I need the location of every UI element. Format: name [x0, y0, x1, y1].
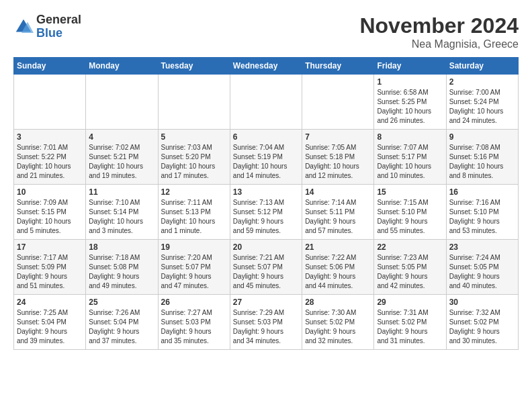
calendar-cell: 18Sunrise: 7:18 AM Sunset: 5:08 PM Dayli…: [86, 240, 158, 295]
day-detail: Sunrise: 7:07 AM Sunset: 5:17 PM Dayligh…: [377, 143, 443, 181]
day-number: 24: [17, 298, 83, 307]
calendar-cell: 20Sunrise: 7:21 AM Sunset: 5:07 PM Dayli…: [230, 240, 302, 295]
calendar-cell: 1Sunrise: 6:58 AM Sunset: 5:25 PM Daylig…: [374, 75, 446, 130]
calendar-table: SundayMondayTuesdayWednesdayThursdayFrid…: [13, 57, 519, 350]
day-detail: Sunrise: 7:20 AM Sunset: 5:07 PM Dayligh…: [161, 253, 227, 291]
day-detail: Sunrise: 7:32 AM Sunset: 5:02 PM Dayligh…: [449, 308, 515, 346]
day-detail: Sunrise: 7:21 AM Sunset: 5:07 PM Dayligh…: [233, 253, 299, 291]
calendar-cell: [158, 75, 230, 130]
day-detail: Sunrise: 7:04 AM Sunset: 5:19 PM Dayligh…: [233, 143, 299, 181]
calendar-cell: 3Sunrise: 7:01 AM Sunset: 5:22 PM Daylig…: [14, 130, 86, 185]
calendar-cell: 16Sunrise: 7:16 AM Sunset: 5:10 PM Dayli…: [446, 185, 518, 240]
calendar-cell: 26Sunrise: 7:27 AM Sunset: 5:03 PM Dayli…: [158, 295, 230, 350]
day-detail: Sunrise: 7:11 AM Sunset: 5:13 PM Dayligh…: [161, 198, 227, 236]
day-number: 27: [233, 298, 299, 307]
day-number: 7: [305, 132, 371, 142]
calendar-cell: [302, 75, 374, 130]
day-detail: Sunrise: 7:00 AM Sunset: 5:24 PM Dayligh…: [449, 88, 515, 126]
title-block: November 2024 Nea Magnisia, Greece: [359, 13, 519, 50]
day-detail: Sunrise: 7:22 AM Sunset: 5:06 PM Dayligh…: [305, 253, 371, 291]
day-number: 19: [161, 242, 227, 252]
calendar-cell: 19Sunrise: 7:20 AM Sunset: 5:07 PM Dayli…: [158, 240, 230, 295]
day-number: 8: [377, 132, 443, 142]
calendar-cell: [14, 75, 86, 130]
day-detail: Sunrise: 7:15 AM Sunset: 5:10 PM Dayligh…: [377, 198, 443, 236]
day-number: 6: [233, 132, 299, 142]
day-detail: Sunrise: 7:02 AM Sunset: 5:21 PM Dayligh…: [89, 143, 154, 181]
day-number: 29: [377, 298, 443, 307]
calendar-cell: 30Sunrise: 7:32 AM Sunset: 5:02 PM Dayli…: [446, 295, 518, 350]
calendar-cell: 4Sunrise: 7:02 AM Sunset: 5:21 PM Daylig…: [86, 130, 158, 185]
day-detail: Sunrise: 7:05 AM Sunset: 5:18 PM Dayligh…: [305, 143, 371, 181]
weekday-header: Monday: [86, 58, 158, 75]
day-detail: Sunrise: 7:29 AM Sunset: 5:03 PM Dayligh…: [233, 308, 299, 346]
weekday-header-row: SundayMondayTuesdayWednesdayThursdayFrid…: [14, 58, 519, 75]
weekday-header: Wednesday: [230, 58, 302, 75]
day-number: 15: [377, 187, 443, 197]
day-number: 26: [161, 298, 227, 307]
month-title: November 2024: [359, 13, 519, 38]
weekday-header: Tuesday: [158, 58, 230, 75]
calendar-cell: 23Sunrise: 7:24 AM Sunset: 5:05 PM Dayli…: [446, 240, 518, 295]
calendar-cell: 21Sunrise: 7:22 AM Sunset: 5:06 PM Dayli…: [302, 240, 374, 295]
day-detail: Sunrise: 7:17 AM Sunset: 5:09 PM Dayligh…: [17, 253, 83, 291]
header: General Blue November 2024 Nea Magnisia,…: [13, 13, 519, 50]
day-detail: Sunrise: 7:16 AM Sunset: 5:10 PM Dayligh…: [449, 198, 515, 236]
calendar-cell: 13Sunrise: 7:13 AM Sunset: 5:12 PM Dayli…: [230, 185, 302, 240]
day-number: 28: [305, 298, 371, 307]
calendar-cell: 7Sunrise: 7:05 AM Sunset: 5:18 PM Daylig…: [302, 130, 374, 185]
calendar-cell: 29Sunrise: 7:31 AM Sunset: 5:02 PM Dayli…: [374, 295, 446, 350]
calendar-cell: [230, 75, 302, 130]
day-number: 21: [305, 242, 371, 252]
calendar-week-row: 17Sunrise: 7:17 AM Sunset: 5:09 PM Dayli…: [14, 240, 519, 295]
calendar-week-row: 10Sunrise: 7:09 AM Sunset: 5:15 PM Dayli…: [14, 185, 519, 240]
day-detail: Sunrise: 7:14 AM Sunset: 5:11 PM Dayligh…: [305, 198, 371, 236]
calendar-cell: 27Sunrise: 7:29 AM Sunset: 5:03 PM Dayli…: [230, 295, 302, 350]
calendar-cell: [86, 75, 158, 130]
calendar-cell: 24Sunrise: 7:25 AM Sunset: 5:04 PM Dayli…: [14, 295, 86, 350]
day-number: 3: [17, 132, 83, 142]
day-number: 23: [449, 242, 515, 252]
weekday-header: Saturday: [446, 58, 518, 75]
calendar-week-row: 24Sunrise: 7:25 AM Sunset: 5:04 PM Dayli…: [14, 295, 519, 350]
calendar-cell: 15Sunrise: 7:15 AM Sunset: 5:10 PM Dayli…: [374, 185, 446, 240]
day-number: 25: [89, 298, 154, 307]
calendar-cell: 10Sunrise: 7:09 AM Sunset: 5:15 PM Dayli…: [14, 185, 86, 240]
calendar-cell: 2Sunrise: 7:00 AM Sunset: 5:24 PM Daylig…: [446, 75, 518, 130]
calendar-cell: 5Sunrise: 7:03 AM Sunset: 5:20 PM Daylig…: [158, 130, 230, 185]
logo-text: General Blue: [36, 13, 81, 40]
calendar-cell: 12Sunrise: 7:11 AM Sunset: 5:13 PM Dayli…: [158, 185, 230, 240]
day-detail: Sunrise: 7:03 AM Sunset: 5:20 PM Dayligh…: [161, 143, 227, 181]
logo: General Blue: [13, 13, 81, 40]
day-detail: Sunrise: 7:10 AM Sunset: 5:14 PM Dayligh…: [89, 198, 154, 236]
logo-general: General: [36, 13, 81, 27]
day-number: 30: [449, 298, 515, 307]
day-detail: Sunrise: 7:01 AM Sunset: 5:22 PM Dayligh…: [17, 143, 83, 181]
day-number: 2: [449, 77, 515, 87]
day-number: 20: [233, 242, 299, 252]
day-detail: Sunrise: 7:24 AM Sunset: 5:05 PM Dayligh…: [449, 253, 515, 291]
day-detail: Sunrise: 7:31 AM Sunset: 5:02 PM Dayligh…: [377, 308, 443, 346]
day-number: 9: [449, 132, 515, 142]
weekday-header: Sunday: [14, 58, 86, 75]
logo-icon: [13, 17, 34, 37]
location-title: Nea Magnisia, Greece: [359, 38, 519, 50]
weekday-header: Friday: [374, 58, 446, 75]
calendar-cell: 11Sunrise: 7:10 AM Sunset: 5:14 PM Dayli…: [86, 185, 158, 240]
logo-blue: Blue: [36, 27, 81, 40]
day-detail: Sunrise: 7:08 AM Sunset: 5:16 PM Dayligh…: [449, 143, 515, 181]
day-number: 14: [305, 187, 371, 197]
day-number: 5: [161, 132, 227, 142]
day-number: 1: [377, 77, 443, 87]
day-number: 16: [449, 187, 515, 197]
day-number: 4: [89, 132, 154, 142]
calendar-week-row: 3Sunrise: 7:01 AM Sunset: 5:22 PM Daylig…: [14, 130, 519, 185]
day-detail: Sunrise: 7:26 AM Sunset: 5:04 PM Dayligh…: [89, 308, 154, 346]
calendar-cell: 25Sunrise: 7:26 AM Sunset: 5:04 PM Dayli…: [86, 295, 158, 350]
calendar-cell: 8Sunrise: 7:07 AM Sunset: 5:17 PM Daylig…: [374, 130, 446, 185]
day-detail: Sunrise: 7:18 AM Sunset: 5:08 PM Dayligh…: [89, 253, 154, 291]
day-number: 17: [17, 242, 83, 252]
day-number: 13: [233, 187, 299, 197]
day-detail: Sunrise: 6:58 AM Sunset: 5:25 PM Dayligh…: [377, 88, 443, 126]
calendar-cell: 14Sunrise: 7:14 AM Sunset: 5:11 PM Dayli…: [302, 185, 374, 240]
